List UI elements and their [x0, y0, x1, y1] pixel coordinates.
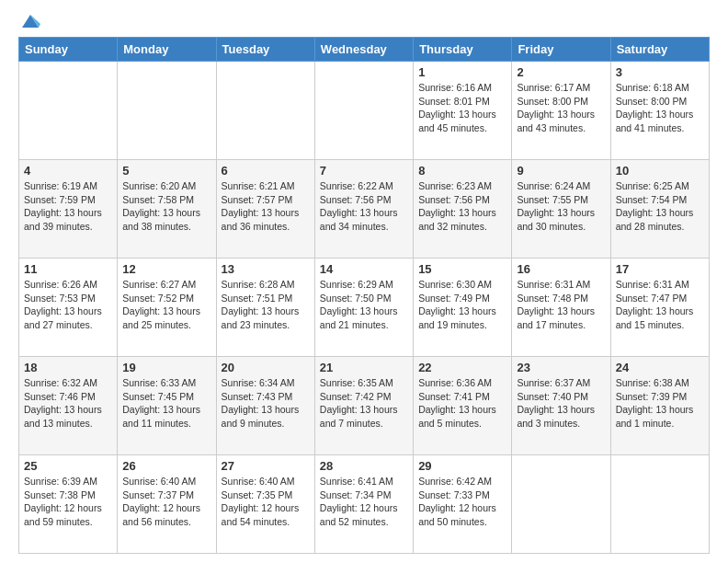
calendar-cell: 26Sunrise: 6:40 AMSunset: 7:37 PMDayligh… — [118, 455, 216, 554]
calendar-cell: 14Sunrise: 6:29 AMSunset: 7:50 PMDayligh… — [314, 259, 413, 357]
calendar-header-monday: Monday — [118, 38, 216, 62]
calendar-cell: 28Sunrise: 6:41 AMSunset: 7:34 PMDayligh… — [314, 455, 413, 554]
day-info: Sunrise: 6:30 AMSunset: 7:49 PMDaylight:… — [418, 278, 506, 332]
day-info: Sunrise: 6:21 AMSunset: 7:57 PMDaylight:… — [222, 179, 310, 234]
calendar-cell — [610, 455, 709, 554]
day-number: 12 — [122, 262, 210, 276]
day-info: Sunrise: 6:41 AMSunset: 7:34 PMDaylight:… — [320, 475, 408, 529]
logo — [18, 15, 40, 31]
day-number: 16 — [517, 262, 605, 276]
header — [18, 15, 710, 31]
logo-icon — [20, 11, 40, 31]
calendar-cell: 25Sunrise: 6:39 AMSunset: 7:38 PMDayligh… — [19, 455, 118, 554]
day-info: Sunrise: 6:39 AMSunset: 7:38 PMDaylight:… — [24, 475, 112, 529]
calendar-cell: 11Sunrise: 6:26 AMSunset: 7:53 PMDayligh… — [19, 259, 118, 357]
day-number: 4 — [24, 164, 112, 178]
day-number: 2 — [517, 65, 605, 79]
calendar-cell: 23Sunrise: 6:37 AMSunset: 7:40 PMDayligh… — [512, 357, 610, 455]
day-info: Sunrise: 6:28 AMSunset: 7:51 PMDaylight:… — [222, 278, 310, 332]
calendar-cell: 1Sunrise: 6:16 AMSunset: 8:01 PMDaylight… — [414, 62, 512, 160]
calendar-cell: 8Sunrise: 6:23 AMSunset: 7:56 PMDaylight… — [414, 160, 512, 259]
day-number: 11 — [24, 262, 112, 276]
calendar-cell: 22Sunrise: 6:36 AMSunset: 7:41 PMDayligh… — [414, 357, 512, 455]
day-number: 8 — [418, 164, 506, 178]
day-number: 19 — [122, 361, 210, 374]
calendar-week-3: 18Sunrise: 6:32 AMSunset: 7:46 PMDayligh… — [19, 357, 710, 455]
calendar-cell: 10Sunrise: 6:25 AMSunset: 7:54 PMDayligh… — [610, 160, 709, 259]
day-info: Sunrise: 6:40 AMSunset: 7:35 PMDaylight:… — [222, 475, 310, 529]
calendar-cell: 2Sunrise: 6:17 AMSunset: 8:00 PMDaylight… — [512, 62, 610, 160]
day-number: 1 — [418, 65, 506, 79]
calendar-cell: 6Sunrise: 6:21 AMSunset: 7:57 PMDaylight… — [216, 160, 314, 259]
day-info: Sunrise: 6:38 AMSunset: 7:39 PMDaylight:… — [616, 376, 704, 431]
calendar-cell — [512, 455, 610, 554]
day-info: Sunrise: 6:23 AMSunset: 7:56 PMDaylight:… — [418, 179, 506, 234]
calendar-cell — [216, 62, 314, 160]
calendar-cell: 27Sunrise: 6:40 AMSunset: 7:35 PMDayligh… — [216, 455, 314, 554]
calendar-cell: 20Sunrise: 6:34 AMSunset: 7:43 PMDayligh… — [216, 357, 314, 455]
calendar-cell: 15Sunrise: 6:30 AMSunset: 7:49 PMDayligh… — [414, 259, 512, 357]
calendar-header-friday: Friday — [512, 38, 610, 62]
day-number: 9 — [517, 164, 605, 178]
calendar-cell: 19Sunrise: 6:33 AMSunset: 7:45 PMDayligh… — [118, 357, 216, 455]
day-info: Sunrise: 6:35 AMSunset: 7:42 PMDaylight:… — [320, 376, 408, 431]
calendar-header-wednesday: Wednesday — [314, 38, 413, 62]
day-info: Sunrise: 6:22 AMSunset: 7:56 PMDaylight:… — [320, 179, 408, 234]
day-number: 20 — [222, 361, 310, 374]
calendar-cell: 12Sunrise: 6:27 AMSunset: 7:52 PMDayligh… — [118, 259, 216, 357]
calendar-header-tuesday: Tuesday — [216, 38, 314, 62]
day-info: Sunrise: 6:36 AMSunset: 7:41 PMDaylight:… — [418, 376, 506, 431]
day-info: Sunrise: 6:20 AMSunset: 7:58 PMDaylight:… — [122, 179, 210, 234]
day-number: 18 — [24, 361, 112, 374]
calendar-cell: 17Sunrise: 6:31 AMSunset: 7:47 PMDayligh… — [610, 259, 709, 357]
calendar-cell: 7Sunrise: 6:22 AMSunset: 7:56 PMDaylight… — [314, 160, 413, 259]
day-info: Sunrise: 6:29 AMSunset: 7:50 PMDaylight:… — [320, 278, 408, 332]
day-info: Sunrise: 6:42 AMSunset: 7:33 PMDaylight:… — [418, 475, 506, 529]
day-info: Sunrise: 6:31 AMSunset: 7:48 PMDaylight:… — [517, 278, 605, 332]
day-number: 17 — [616, 262, 704, 276]
calendar-week-2: 11Sunrise: 6:26 AMSunset: 7:53 PMDayligh… — [19, 259, 710, 357]
calendar-cell: 29Sunrise: 6:42 AMSunset: 7:33 PMDayligh… — [414, 455, 512, 554]
day-number: 28 — [320, 459, 408, 473]
day-info: Sunrise: 6:33 AMSunset: 7:45 PMDaylight:… — [122, 376, 210, 431]
calendar-cell: 13Sunrise: 6:28 AMSunset: 7:51 PMDayligh… — [216, 259, 314, 357]
day-info: Sunrise: 6:19 AMSunset: 7:59 PMDaylight:… — [24, 179, 112, 234]
calendar-cell: 24Sunrise: 6:38 AMSunset: 7:39 PMDayligh… — [610, 357, 709, 455]
day-number: 23 — [517, 361, 605, 374]
calendar-week-1: 4Sunrise: 6:19 AMSunset: 7:59 PMDaylight… — [19, 160, 710, 259]
calendar-cell: 5Sunrise: 6:20 AMSunset: 7:58 PMDaylight… — [118, 160, 216, 259]
day-number: 14 — [320, 262, 408, 276]
day-info: Sunrise: 6:26 AMSunset: 7:53 PMDaylight:… — [24, 278, 112, 332]
day-number: 7 — [320, 164, 408, 178]
day-number: 27 — [222, 459, 310, 473]
calendar-week-4: 25Sunrise: 6:39 AMSunset: 7:38 PMDayligh… — [19, 455, 710, 554]
day-info: Sunrise: 6:17 AMSunset: 8:00 PMDaylight:… — [517, 81, 605, 135]
calendar-week-0: 1Sunrise: 6:16 AMSunset: 8:01 PMDaylight… — [19, 62, 710, 160]
day-number: 25 — [24, 459, 112, 473]
day-number: 13 — [222, 262, 310, 276]
day-info: Sunrise: 6:40 AMSunset: 7:37 PMDaylight:… — [122, 475, 210, 529]
day-number: 21 — [320, 361, 408, 374]
day-info: Sunrise: 6:34 AMSunset: 7:43 PMDaylight:… — [222, 376, 310, 431]
calendar-cell — [118, 62, 216, 160]
calendar-header-sunday: Sunday — [19, 38, 118, 62]
day-info: Sunrise: 6:37 AMSunset: 7:40 PMDaylight:… — [517, 376, 605, 431]
day-number: 15 — [418, 262, 506, 276]
calendar-cell — [314, 62, 413, 160]
calendar-header-saturday: Saturday — [610, 38, 709, 62]
calendar-header-thursday: Thursday — [414, 38, 512, 62]
page: SundayMondayTuesdayWednesdayThursdayFrid… — [0, 0, 728, 563]
day-number: 6 — [222, 164, 310, 178]
calendar-cell: 21Sunrise: 6:35 AMSunset: 7:42 PMDayligh… — [314, 357, 413, 455]
day-number: 26 — [122, 459, 210, 473]
day-info: Sunrise: 6:32 AMSunset: 7:46 PMDaylight:… — [24, 376, 112, 431]
calendar-cell: 16Sunrise: 6:31 AMSunset: 7:48 PMDayligh… — [512, 259, 610, 357]
calendar-header-row: SundayMondayTuesdayWednesdayThursdayFrid… — [19, 38, 710, 62]
day-number: 29 — [418, 459, 506, 473]
day-info: Sunrise: 6:27 AMSunset: 7:52 PMDaylight:… — [122, 278, 210, 332]
day-info: Sunrise: 6:18 AMSunset: 8:00 PMDaylight:… — [616, 81, 704, 135]
day-number: 3 — [616, 65, 704, 79]
calendar: SundayMondayTuesdayWednesdayThursdayFrid… — [18, 37, 710, 554]
calendar-cell: 4Sunrise: 6:19 AMSunset: 7:59 PMDaylight… — [19, 160, 118, 259]
day-number: 10 — [616, 164, 704, 178]
